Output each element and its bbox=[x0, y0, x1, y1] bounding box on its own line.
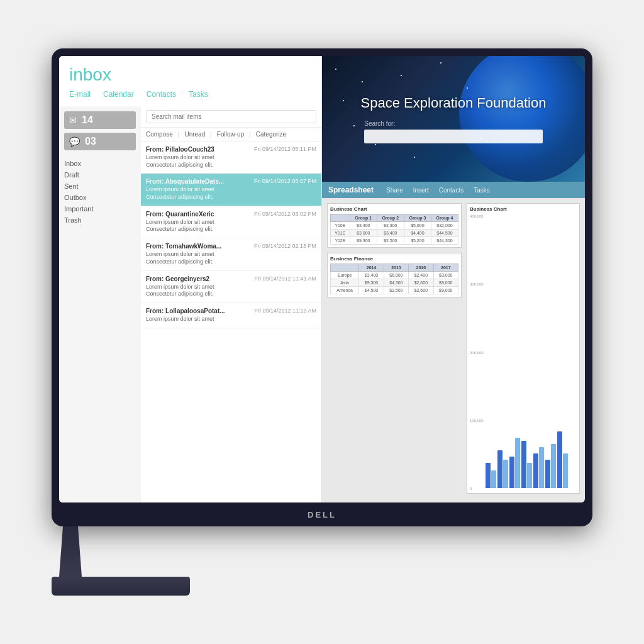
bar bbox=[563, 453, 568, 488]
ss-th-g2: Group 2 bbox=[377, 214, 404, 222]
ss-td: $4,400 bbox=[404, 230, 431, 237]
monitor-stand-neck bbox=[52, 526, 89, 577]
email-item-header: From: PillalooCouch23 Fri 09/14/2012 05:… bbox=[146, 146, 316, 153]
email-body-4: Lorem ipsum dolor sit ametConsectetur ad… bbox=[146, 251, 316, 265]
ss-td: $44,500 bbox=[431, 230, 458, 237]
bar bbox=[539, 447, 544, 488]
nav-calendar[interactable]: Calendar bbox=[103, 90, 134, 99]
space-hero: Space Exploration Foundation Search for: bbox=[322, 56, 585, 182]
nav-email[interactable]: E-mail bbox=[69, 90, 91, 99]
sidebar-item-draft[interactable]: Draft bbox=[64, 169, 136, 180]
toolbar-categorize[interactable]: Categorize bbox=[256, 131, 286, 138]
sidebar-nav: Inbox Draft Sent Outbox Important Trash bbox=[64, 158, 136, 226]
spreadsheet-title: Spreadsheet bbox=[328, 186, 374, 194]
ss-td: Europe bbox=[331, 272, 359, 279]
monitor-screen: inbox E-mail Calendar Contacts Tasks ✉ 1… bbox=[59, 56, 585, 502]
email-body-5: Lorem ipsum dolor sit ametConsectetur ad… bbox=[146, 284, 316, 298]
ss-nav-contacts[interactable]: Contacts bbox=[435, 187, 467, 194]
chat-badge: 💬 03 bbox=[64, 133, 136, 150]
ss-nav-tasks[interactable]: Tasks bbox=[470, 187, 494, 194]
bar-chart bbox=[486, 214, 577, 491]
email-body-2: Lorem ipsum dolor sit ametConsectetur ad… bbox=[146, 186, 316, 201]
ss-td: $9,300 bbox=[359, 279, 384, 287]
email-nav: E-mail Calendar Contacts Tasks bbox=[69, 90, 311, 99]
ss-td: $2,500 bbox=[384, 287, 408, 294]
table-row: America $4,500 $2,500 $2,600 $9,000 bbox=[331, 287, 458, 294]
y-label: 400,000 bbox=[470, 214, 484, 218]
email-header: inbox E-mail Calendar Contacts Tasks bbox=[59, 56, 321, 106]
email-item-6[interactable]: From: LollapaloosaPotat... Fri 09/14/201… bbox=[141, 303, 321, 328]
ss-td: $9,300 bbox=[350, 237, 377, 245]
mail-badge: ✉ 14 bbox=[64, 111, 136, 129]
email-body-3: Lorem ipsum dolor sit ametConsectetur ad… bbox=[146, 219, 316, 233]
ss-nav-share[interactable]: Share bbox=[382, 187, 407, 194]
toolbar-followup[interactable]: Follow-up bbox=[217, 131, 244, 138]
ss-th bbox=[331, 214, 350, 222]
email-from-2: From: AbsquatulateDats... bbox=[146, 178, 224, 185]
email-item-1[interactable]: From: PillalooCouch23 Fri 09/14/2012 05:… bbox=[141, 142, 321, 174]
bar-group-1 bbox=[486, 463, 496, 488]
ss-td: $3,400 bbox=[350, 222, 377, 230]
spreadsheet-content: Business Chart Group 1 Group 2 Group 3 bbox=[322, 198, 585, 499]
stars bbox=[322, 56, 585, 182]
email-item-3[interactable]: From: QuarantineXeric Fri 09/14/2012 03:… bbox=[141, 206, 321, 238]
ss-table-block-2: Business Finance 2014 2015 2016 bbox=[327, 253, 462, 297]
toolbar-compose[interactable]: Compose bbox=[146, 131, 173, 138]
table-row: Europe $3,400 $6,000 $2,400 $3,000 bbox=[331, 272, 458, 279]
ss-td: $2,300 bbox=[377, 222, 404, 230]
ss-td: $2,600 bbox=[409, 279, 433, 287]
bar-group-4 bbox=[521, 441, 532, 488]
ss-th-y1: 2014 bbox=[359, 264, 384, 272]
ss-th bbox=[331, 264, 359, 272]
email-toolbar: Compose | Unread | Follow-up | Categoriz… bbox=[141, 128, 321, 142]
sidebar-item-trash[interactable]: Trash bbox=[64, 214, 136, 226]
sidebar-item-inbox[interactable]: Inbox bbox=[64, 158, 136, 169]
email-date-6: Fri 09/14/2012 11:19 AM bbox=[254, 308, 316, 314]
space-search: Search for: bbox=[364, 120, 543, 143]
table-row: Y12E $9,300 $2,500 $5,200 $44,300 bbox=[331, 237, 458, 245]
bar bbox=[521, 441, 526, 488]
search-input[interactable] bbox=[146, 110, 316, 123]
sidebar-item-important[interactable]: Important bbox=[64, 203, 136, 214]
ss-td: $6,000 bbox=[384, 272, 408, 279]
y-label: 300,000 bbox=[470, 282, 484, 286]
ss-td: Y10E bbox=[331, 222, 350, 230]
sidebar-item-sent[interactable]: Sent bbox=[64, 180, 136, 192]
email-body-1: Lorem ipsum dolor sit ametConsectetur ad… bbox=[146, 154, 316, 169]
sidebar-item-outbox[interactable]: Outbox bbox=[64, 192, 136, 203]
ss-td: $2,500 bbox=[377, 237, 404, 245]
chart-y-labels: 400,000 300,000 200,000 100,000 0 bbox=[470, 214, 486, 491]
bar bbox=[503, 460, 508, 488]
ss-table-1: Group 1 Group 2 Group 3 Group 4 bbox=[330, 214, 458, 245]
ss-td: $2,400 bbox=[409, 272, 433, 279]
email-from-4: From: TomahawkWoma... bbox=[146, 243, 221, 250]
email-from-3: From: QuarantineXeric bbox=[146, 211, 214, 218]
monitor-bezel: DELL bbox=[59, 502, 585, 526]
email-item-5[interactable]: From: Georgeinyers2 Fri 09/14/2012 11:41… bbox=[141, 271, 321, 303]
space-search-input[interactable] bbox=[364, 130, 543, 143]
ss-td: $44,300 bbox=[431, 237, 458, 245]
email-sidebar: ✉ 14 💬 03 Inbox Draft Sent Outbox I bbox=[59, 106, 141, 502]
ss-block-title-1: Business Chart bbox=[330, 206, 458, 212]
email-item-4[interactable]: From: TomahawkWoma... Fri 09/14/2012 02:… bbox=[141, 238, 321, 270]
bar-group-3 bbox=[509, 438, 520, 488]
ss-td: $4,500 bbox=[359, 287, 384, 294]
inbox-title: inbox bbox=[69, 65, 311, 85]
bar-group-5 bbox=[533, 447, 544, 488]
bar bbox=[533, 453, 538, 488]
mail-icon: ✉ bbox=[69, 115, 77, 125]
email-item-header-6: From: LollapaloosaPotat... Fri 09/14/201… bbox=[146, 308, 316, 314]
ss-th-g1: Group 1 bbox=[350, 214, 377, 222]
ss-nav-insert[interactable]: Insert bbox=[409, 187, 433, 194]
bar bbox=[486, 463, 491, 488]
email-item-2[interactable]: From: AbsquatulateDats... Fri 09/14/2012… bbox=[141, 174, 321, 206]
ss-td: $9,000 bbox=[433, 287, 458, 294]
nav-contacts[interactable]: Contacts bbox=[147, 90, 176, 99]
ss-td: Asia bbox=[331, 279, 359, 287]
nav-tasks[interactable]: Tasks bbox=[189, 90, 208, 99]
toolbar-unread[interactable]: Unread bbox=[184, 131, 205, 138]
table-row: Asia $9,300 $4,300 $2,600 $9,000 bbox=[331, 279, 458, 287]
bar bbox=[515, 438, 520, 488]
chat-count: 03 bbox=[85, 136, 96, 147]
bar-group-6 bbox=[545, 444, 556, 488]
